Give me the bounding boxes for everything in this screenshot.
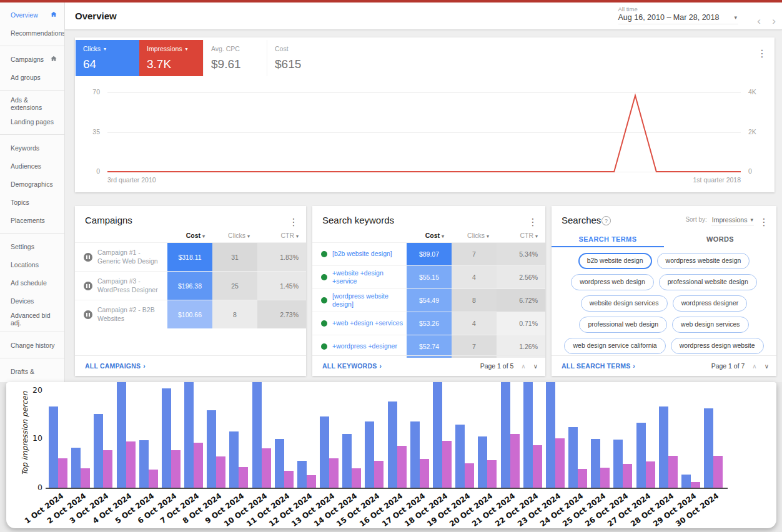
bar-blue <box>523 382 533 488</box>
table-row[interactable]: +website +design +service$55.1542.56% <box>312 265 545 288</box>
table-row[interactable]: +web +design +services$53.2640.71% <box>312 312 545 335</box>
search-term-chip[interactable]: wordpress web design <box>571 274 653 290</box>
y-axis-tick: 20 <box>22 385 42 395</box>
column-header-cost[interactable]: Cost ▾ <box>167 232 212 239</box>
sidebar-item-ads-extensions[interactable]: Ads & extensions <box>0 94 64 112</box>
search-term-chip[interactable]: web design service california <box>564 338 665 354</box>
kebab-menu-icon[interactable]: ⋮ <box>757 49 767 59</box>
bar-group <box>318 382 340 488</box>
date-range-value[interactable]: Aug 16, 2010 – Mar 28, 2018 <box>618 13 720 22</box>
paused-status-icon <box>84 253 92 262</box>
cost-cell: $196.38 <box>167 272 212 300</box>
sidebar-item-devices[interactable]: Devices <box>0 292 64 310</box>
all-search-terms-link[interactable]: ALL SEARCH TERMS› <box>562 362 635 370</box>
column-header-cost[interactable]: Cost ▾ <box>407 232 452 239</box>
tab-search-terms[interactable]: SEARCH TERMS <box>552 232 664 247</box>
sidebar-item-drafts[interactable]: Drafts & <box>0 362 64 380</box>
metric-tile-cost[interactable]: Cost$615 <box>267 40 330 76</box>
bar-group <box>702 382 725 488</box>
searches-card: Searches ? Sort by: Impressions▾ ⋮ SEARC… <box>552 206 776 376</box>
help-icon[interactable]: ? <box>601 216 611 225</box>
bar-blue <box>568 427 578 488</box>
row-name-cell: [b2b website design] <box>312 243 407 265</box>
kebab-menu-icon[interactable]: ⋮ <box>289 217 299 227</box>
bar-magenta <box>442 441 452 488</box>
metric-tile-clicks[interactable]: Clicks▾64 <box>76 40 139 76</box>
table-row[interactable]: Campaign #1 - Generic Web Design$318.113… <box>75 242 306 271</box>
caret-down-icon[interactable]: ▾ <box>734 14 737 21</box>
kebab-menu-icon[interactable]: ⋮ <box>528 217 538 227</box>
sidebar-item-ad-schedule[interactable]: Ad schedule <box>0 273 64 292</box>
table-row[interactable]: Campaign #2 - B2B Websites$100.6682.73% <box>75 300 306 328</box>
cost-cell: $89.07 <box>407 243 452 265</box>
column-header-ctr[interactable]: CTR ▾ <box>497 232 545 239</box>
chevron-left-icon[interactable]: ‹ <box>757 16 761 26</box>
bar-magenta <box>533 445 542 488</box>
date-range-picker[interactable]: All time Aug 16, 2010 – Mar 28, 2018 ▾ <box>618 6 738 24</box>
ctr-cell: 0.71% <box>497 312 545 335</box>
sidebar-item-demographics[interactable]: Demographics <box>0 175 64 193</box>
page-down-icon[interactable]: ∨ <box>533 363 538 370</box>
metric-value: $9.61 <box>211 57 267 71</box>
table-row[interactable]: [wordpress website design]$54.4986.72% <box>312 288 545 312</box>
sidebar-item-campaigns[interactable]: Campaigns <box>0 50 64 68</box>
sidebar-item-audiences[interactable]: Audiences <box>0 157 64 175</box>
bar-group <box>340 382 363 488</box>
bar-blue <box>636 423 646 488</box>
sidebar-item-placements[interactable]: Placements <box>0 211 64 229</box>
bar-group <box>160 382 182 488</box>
metric-tile-impressions[interactable]: Impressions▾3.7K <box>139 40 203 76</box>
all-campaigns-link[interactable]: ALL CAMPAIGNS› <box>85 362 146 370</box>
page-down-icon[interactable]: ∨ <box>765 363 769 370</box>
bar-group <box>47 382 69 488</box>
sidebar-item-label: Advanced bid adj. <box>11 312 58 327</box>
search-term-chip[interactable]: website design services <box>581 295 668 312</box>
page-up-icon[interactable]: ∧ <box>752 363 756 370</box>
kebab-menu-icon[interactable]: ⋮ <box>759 217 769 227</box>
column-header-clicks[interactable]: Clicks ▾ <box>212 232 257 239</box>
sidebar-item-landing-pages[interactable]: Landing pages <box>0 112 64 131</box>
search-term-chip[interactable]: professional website design <box>659 274 757 290</box>
chevron-right-icon: › <box>143 362 146 370</box>
bar-magenta <box>668 456 678 488</box>
bar-blue <box>342 434 352 488</box>
search-term-chip[interactable]: wordpress website design <box>657 253 750 269</box>
sidebar-item-locations[interactable]: Locations <box>0 255 64 273</box>
metric-tile-avg-cpc[interactable]: Avg. CPC$9.61 <box>203 40 267 76</box>
bar-magenta <box>691 482 700 488</box>
sidebar-item-keywords[interactable]: Keywords <box>0 139 64 157</box>
table-row[interactable]: [b2b website design]$89.0775.34% <box>312 242 545 265</box>
column-header-ctr[interactable]: CTR ▾ <box>257 232 306 239</box>
card-footer: ALL KEYWORDS› Page 1 of 5 ∧ ∨ <box>312 355 545 376</box>
chevron-right-icon: › <box>633 362 635 370</box>
tab-words[interactable]: WORDS <box>664 232 776 247</box>
table-row[interactable]: Campaign #3 - WordPress Designer$196.382… <box>75 271 306 300</box>
sort-by-dropdown[interactable]: Impressions▾ <box>711 216 754 225</box>
search-term-chip[interactable]: wordpress design website <box>671 338 764 354</box>
sidebar-item-overview[interactable]: Overview <box>0 6 64 24</box>
sidebar-item-settings[interactable]: Settings <box>0 237 64 255</box>
screen: OverviewRecommendationsCampaignsAd group… <box>0 0 782 532</box>
sidebar-item-ad-groups[interactable]: Ad groups <box>0 68 64 86</box>
column-header-clicks[interactable]: Clicks ▾ <box>452 232 497 239</box>
table-row[interactable]: +wordpress +designer$52.7471.26% <box>312 335 545 358</box>
sidebar-item-recommendations[interactable]: Recommendations <box>0 24 64 42</box>
bar-magenta <box>262 448 271 488</box>
search-term-chip[interactable]: web design services <box>672 317 749 333</box>
bar-group <box>363 382 385 488</box>
search-term-chip[interactable]: b2b website design <box>578 253 652 269</box>
enabled-status-icon <box>321 343 327 350</box>
sidebar-item-change-history[interactable]: Change history <box>0 336 64 354</box>
search-term-chip[interactable]: wordpress designer <box>673 295 748 312</box>
row-name-cell: [wordpress website design] <box>312 289 407 312</box>
sidebar-item-topics[interactable]: Topics <box>0 193 64 211</box>
all-keywords-link[interactable]: ALL KEYWORDS› <box>322 362 382 370</box>
bar-blue <box>117 382 126 488</box>
bar-chart-matte: Top impression percen 20 10 0 1 Oct 2024… <box>0 382 782 532</box>
search-term-chip[interactable]: professional web design <box>579 317 667 333</box>
sidebar-item-advanced-bid-adj[interactable]: Advanced bid adj. <box>0 310 64 328</box>
y-axis-tick: 4K <box>748 88 756 96</box>
page-up-icon[interactable]: ∧ <box>521 363 525 370</box>
chevron-right-icon[interactable]: › <box>772 16 776 26</box>
bar-magenta <box>149 470 158 488</box>
